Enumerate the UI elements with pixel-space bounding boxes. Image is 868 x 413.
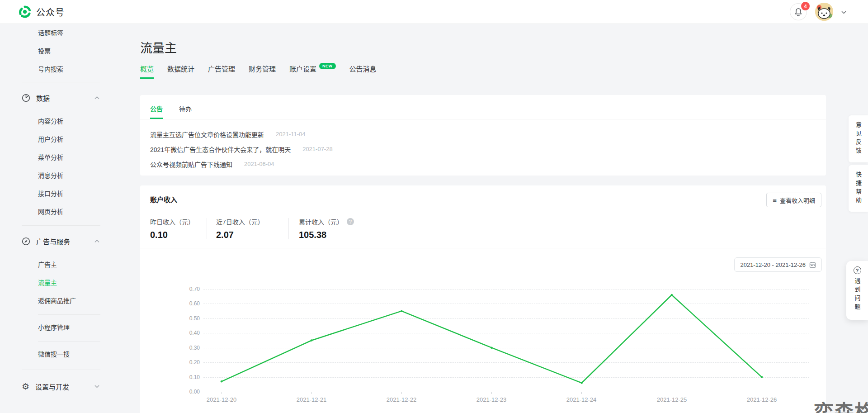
- sidebar-item-vote[interactable]: 投票: [0, 42, 113, 60]
- announcement-item[interactable]: 公众号视频前贴广告下线通知 2021-06-04: [150, 157, 826, 171]
- data-point: [401, 310, 402, 312]
- data-point: [671, 294, 673, 296]
- announcement-item[interactable]: 流量主互选广告位文章价格设置功能更新 2021-11-04: [150, 127, 826, 142]
- sidebar-item-content-analysis[interactable]: 内容分析: [0, 112, 113, 130]
- stat-label-7days: 近7日收入（元）: [216, 217, 288, 226]
- notification-bell-button[interactable]: 4: [790, 3, 807, 20]
- question-mark-icon: ?: [854, 266, 861, 274]
- help-icon[interactable]: ?: [347, 218, 354, 225]
- income-stats: 昨日收入（元） 0.10 近7日收入（元） 2.07 累计收入（元） ? 105…: [150, 217, 354, 240]
- sidebar-item-account-search[interactable]: 号内搜索: [0, 60, 113, 78]
- view-income-detail-button[interactable]: ≡ 查看收入明细: [766, 193, 821, 207]
- question-tab-label: 遇到问题: [853, 278, 862, 312]
- new-badge: NEW: [319, 63, 336, 69]
- stat-divider: [207, 218, 207, 239]
- quick-help-tab-label: 快捷帮助: [854, 171, 863, 206]
- stat-divider: [288, 218, 289, 239]
- announcement-card: 公告 待办 流量主互选广告位文章价格设置功能更新 2021-11-04 2021…: [140, 95, 826, 176]
- sidebar-item-advertiser[interactable]: 广告主: [0, 256, 113, 274]
- chevron-down-icon[interactable]: [94, 385, 99, 388]
- chevron-up-icon[interactable]: [94, 240, 99, 243]
- account-dropdown-caret[interactable]: [841, 8, 846, 16]
- sidebar-section-settings-dev[interactable]: ⚙ 设置与开发: [0, 375, 113, 397]
- stat-value-7days: 2.07: [216, 230, 288, 240]
- sidebar-section-data[interactable]: 数据: [0, 87, 113, 109]
- data-point: [221, 380, 222, 382]
- sidebar-section-label: 数据: [36, 93, 50, 103]
- stat-value-yesterday: 0.10: [150, 230, 207, 240]
- wechat-official-logo-icon: [18, 5, 32, 19]
- question-help-tab[interactable]: ? 遇到问题: [846, 261, 868, 320]
- data-point: [311, 339, 312, 341]
- announcement-date: 2021-11-04: [276, 131, 306, 138]
- gear-icon: ⚙: [22, 382, 29, 391]
- card-section-divider: [140, 248, 826, 248]
- tab-data-stats[interactable]: 数据统计: [167, 64, 194, 79]
- income-line: [222, 295, 762, 383]
- top-header: 公众号 4: [0, 0, 868, 24]
- data-point: [580, 382, 582, 384]
- list-icon: ≡: [773, 196, 777, 204]
- tab-announcements[interactable]: 公告: [150, 104, 163, 119]
- sidebar-divider: [22, 82, 100, 82]
- data-point: [491, 347, 492, 349]
- announcement-text[interactable]: 2021年微信广告生态合作伙伴大会来了，就在明天: [150, 145, 291, 154]
- income-card-title: 账户收入: [150, 195, 177, 204]
- sidebar-section-ads-services[interactable]: 广告与服务: [0, 230, 113, 252]
- chevron-up-icon[interactable]: [94, 96, 99, 100]
- feedback-tab-label: 意见反馈: [854, 122, 863, 156]
- sidebar-item-traffic-master[interactable]: 流量主: [0, 274, 113, 292]
- page-title: 流量主: [140, 38, 177, 56]
- bell-icon: [794, 8, 802, 16]
- sidebar-item-user-analysis[interactable]: 用户分析: [0, 130, 113, 148]
- pie-chart-icon: [22, 94, 30, 102]
- announcement-date: 2021-07-28: [302, 146, 333, 152]
- stat-label-total: 累计收入（元）: [299, 217, 343, 226]
- sidebar-item-wechat-search[interactable]: 微信搜一搜: [0, 345, 113, 363]
- announcement-text[interactable]: 公众号视频前贴广告下线通知: [150, 160, 232, 169]
- sidebar-item-message-analysis[interactable]: 消息分析: [0, 166, 113, 185]
- sidebar-item-topic-tags[interactable]: 话题标签: [0, 24, 113, 42]
- date-range-picker[interactable]: 2021-12-20 - 2021-12-26: [734, 257, 822, 272]
- sidebar-item-web-analysis[interactable]: 网页分析: [0, 203, 113, 221]
- brand-name: 公众号: [36, 5, 65, 19]
- sidebar-divider: [22, 225, 100, 226]
- tab-ad-management[interactable]: 广告管理: [208, 64, 235, 79]
- compass-icon: [22, 237, 30, 246]
- notification-count-badge: 4: [801, 2, 810, 10]
- tab-finance[interactable]: 财务管理: [249, 64, 276, 79]
- sidebar-divider: [22, 370, 100, 370]
- stat-label-yesterday: 昨日收入（元）: [150, 217, 207, 226]
- tab-todo[interactable]: 待办: [179, 104, 192, 119]
- page-tabs: 概览 数据统计 广告管理 财务管理 账户设置 NEW 公告消息: [140, 64, 377, 79]
- avatar[interactable]: [815, 3, 833, 21]
- sidebar: 话题标签 投票 号内搜索 数据 内容分析 用户分析 菜单分析 消息分析 接口分析…: [0, 24, 113, 413]
- quick-help-tab[interactable]: 快捷帮助: [849, 165, 868, 212]
- sidebar-section-label: 设置与开发: [35, 382, 69, 391]
- stat-value-total: 105.38: [299, 230, 354, 240]
- calendar-icon: [809, 261, 816, 268]
- watermark: 奕森格: [814, 396, 868, 413]
- brand: 公众号: [18, 5, 65, 19]
- date-range-value: 2021-12-20 - 2021-12-26: [740, 261, 806, 268]
- sidebar-divider: [38, 314, 100, 315]
- tab-account-settings[interactable]: 账户设置 NEW: [289, 64, 336, 79]
- feedback-tab[interactable]: 意见反馈: [849, 115, 868, 162]
- sidebar-item-commission-promo[interactable]: 返佣商品推广: [0, 292, 113, 310]
- tab-announcement-news[interactable]: 公告消息: [349, 64, 377, 79]
- income-line-chart: 0.70 0.60 0.50 0.40 0.30 0.20 0.10 0.00 …: [140, 253, 826, 413]
- announcement-item[interactable]: 2021年微信广告生态合作伙伴大会来了，就在明天 2021-07-28: [150, 142, 826, 157]
- sidebar-item-menu-analysis[interactable]: 菜单分析: [0, 148, 113, 166]
- announcement-text[interactable]: 流量主互选广告位文章价格设置功能更新: [150, 130, 264, 139]
- announcement-date: 2021-06-04: [244, 161, 274, 167]
- income-chart-svg: [140, 253, 826, 413]
- tab-overview[interactable]: 概览: [140, 64, 154, 79]
- sidebar-item-api-analysis[interactable]: 接口分析: [0, 185, 113, 203]
- data-point: [761, 376, 763, 378]
- sidebar-divider: [38, 341, 100, 342]
- account-income-card: 账户收入 ≡ 查看收入明细 昨日收入（元） 0.10 近7日收入（元） 2.07…: [140, 185, 826, 413]
- sidebar-section-label: 广告与服务: [36, 237, 70, 246]
- sidebar-item-mini-program[interactable]: 小程序管理: [0, 318, 113, 337]
